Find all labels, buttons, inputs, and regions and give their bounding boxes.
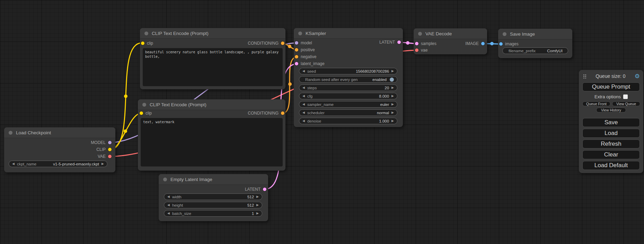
widget-scheduler[interactable]: ◀ scheduler normal ▶ <box>299 109 397 116</box>
decrement-arrow-icon[interactable]: ◀ <box>167 212 170 215</box>
collapse-dot-icon[interactable] <box>418 32 422 36</box>
collapse-dot-icon[interactable] <box>503 32 506 36</box>
settings-gear-icon[interactable]: ⚙ <box>635 73 640 79</box>
collapse-dot-icon[interactable] <box>163 178 167 181</box>
widget-sampler-name[interactable]: ◀ sampler_name euler ▶ <box>299 101 397 108</box>
widget-label: sampler_name <box>307 102 334 107</box>
node-header[interactable]: CLIP Text Encode (Prompt) <box>138 99 285 110</box>
decrement-arrow-icon[interactable]: ◀ <box>302 94 305 98</box>
increment-arrow-icon[interactable]: ▶ <box>391 119 394 123</box>
extra-options-label: Extra options <box>594 94 621 99</box>
node-header[interactable]: VAE Decode <box>414 28 487 39</box>
input-port-vae[interactable] <box>415 48 418 52</box>
increment-arrow-icon[interactable]: ▶ <box>256 212 259 215</box>
node-header[interactable]: Save Image <box>498 29 572 39</box>
widget-height[interactable]: ◀ height 512 ▶ <box>164 202 262 208</box>
load-button[interactable]: Load <box>582 129 640 138</box>
link-dot <box>124 129 127 133</box>
view-history-button[interactable]: View History <box>596 108 626 112</box>
view-queue-button[interactable]: View Queue <box>612 101 640 106</box>
decrement-arrow-icon[interactable]: ◀ <box>12 162 15 165</box>
queue-prompt-button[interactable]: Queue Prompt <box>582 82 640 91</box>
collapse-dot-icon[interactable] <box>142 103 146 107</box>
widget-label: width <box>172 195 182 199</box>
decrement-arrow-icon[interactable]: ◀ <box>302 111 305 114</box>
collapse-dot-icon[interactable] <box>9 131 12 135</box>
widget-cfg[interactable]: ◀ cfg 8.000 ▶ <box>299 93 397 99</box>
widget-steps[interactable]: ◀ steps 20 ▶ <box>299 84 397 91</box>
prompt-textarea[interactable]: text, watermark <box>141 118 283 166</box>
input-port-samples[interactable] <box>415 42 418 45</box>
input-port-clip[interactable] <box>140 111 143 115</box>
decrement-arrow-icon[interactable]: ◀ <box>302 86 305 89</box>
output-port-latent[interactable] <box>397 40 401 44</box>
output-port-model[interactable] <box>108 141 112 144</box>
widget-seed[interactable]: ◀ seed 156680208700286 ▶ <box>299 68 397 74</box>
decrement-arrow-icon[interactable]: ◀ <box>302 103 305 106</box>
input-port-latent-image[interactable] <box>295 62 298 65</box>
node-title: Load Checkpoint <box>16 130 51 135</box>
decrement-arrow-icon[interactable]: ◀ <box>302 119 305 123</box>
queue-front-button[interactable]: Queue Front <box>582 101 610 106</box>
save-button[interactable]: Save <box>582 118 640 127</box>
increment-arrow-icon[interactable]: ▶ <box>391 111 394 114</box>
input-port-positive[interactable] <box>295 48 298 52</box>
widget-width[interactable]: ◀ width 512 ▶ <box>164 193 262 200</box>
increment-arrow-icon[interactable]: ▶ <box>102 162 104 165</box>
widget-label: seed <box>307 69 316 73</box>
node-vae-decode[interactable]: VAE Decode samples vae IMAGE <box>414 28 487 54</box>
input-label: latent_image <box>301 61 325 66</box>
node-ksampler[interactable]: KSampler model positive negative latent_… <box>294 28 403 127</box>
toggle-circle-icon[interactable] <box>390 78 394 82</box>
increment-arrow-icon[interactable]: ▶ <box>391 86 394 89</box>
node-header[interactable]: CLIP Text Encode (Prompt) <box>140 28 285 39</box>
input-port-clip[interactable] <box>141 42 144 45</box>
widget-label: denoise <box>307 119 321 123</box>
output-port-latent[interactable] <box>263 188 266 191</box>
widget-value: 512 <box>247 203 254 207</box>
output-port-clip[interactable] <box>108 148 112 151</box>
increment-arrow-icon[interactable]: ▶ <box>391 103 394 106</box>
collapse-dot-icon[interactable] <box>144 31 148 35</box>
decrement-arrow-icon[interactable]: ◀ <box>302 70 305 73</box>
graph-canvas[interactable]: Load Checkpoint MODEL CLIP VAE ◀ ckpt_na… <box>0 0 644 244</box>
increment-arrow-icon[interactable]: ▶ <box>391 94 394 98</box>
node-empty-latent-image[interactable]: Empty Latent Image LATENT ◀ width 512 ▶ … <box>159 174 268 221</box>
node-clip-text-encode-positive[interactable]: CLIP Text Encode (Prompt) clip CONDITION… <box>140 28 285 89</box>
widget-filename-prefix[interactable]: filename_prefix ComfyUI <box>502 47 568 54</box>
prompt-textarea[interactable]: beautiful scenery nature glass bottle la… <box>143 48 283 86</box>
node-clip-text-encode-negative[interactable]: CLIP Text Encode (Prompt) clip CONDITION… <box>138 99 285 171</box>
output-label: CLIP <box>96 147 106 152</box>
drag-handle-icon[interactable] <box>583 74 586 79</box>
node-load-checkpoint[interactable]: Load Checkpoint MODEL CLIP VAE ◀ ckpt_na… <box>4 127 115 172</box>
node-header[interactable]: Load Checkpoint <box>4 127 115 138</box>
input-label: clip <box>147 41 153 46</box>
output-port-conditioning[interactable] <box>281 111 284 115</box>
increment-arrow-icon[interactable]: ▶ <box>256 204 259 207</box>
widget-denoise[interactable]: ◀ denoise 1.000 ▶ <box>299 118 397 124</box>
output-port-vae[interactable] <box>108 155 112 158</box>
decrement-arrow-icon[interactable]: ◀ <box>167 195 170 198</box>
load-default-button[interactable]: Load Default <box>582 161 640 170</box>
input-port-images[interactable] <box>499 42 503 46</box>
widget-random-seed-toggle[interactable]: Random seed after every gen enabled <box>299 76 397 83</box>
clear-button[interactable]: Clear <box>582 150 640 159</box>
extra-options-checkbox[interactable] <box>623 94 628 99</box>
collapse-dot-icon[interactable] <box>298 31 302 35</box>
decrement-arrow-icon[interactable]: ◀ <box>167 204 170 207</box>
output-port-conditioning[interactable] <box>281 42 284 45</box>
widget-batch-size[interactable]: ◀ batch_size 1 ▶ <box>164 210 262 217</box>
input-port-model[interactable] <box>295 41 298 45</box>
output-label: IMAGE <box>465 41 479 46</box>
widget-value: 20 <box>385 86 389 90</box>
increment-arrow-icon[interactable]: ▶ <box>391 70 394 73</box>
output-port-image[interactable] <box>481 42 485 45</box>
input-port-negative[interactable] <box>295 55 298 58</box>
input-label: images <box>505 42 519 46</box>
node-header[interactable]: Empty Latent Image <box>159 174 268 185</box>
increment-arrow-icon[interactable]: ▶ <box>256 195 259 198</box>
node-save-image[interactable]: Save Image images filename_prefix ComfyU… <box>498 29 572 58</box>
node-header[interactable]: KSampler <box>294 28 403 39</box>
widget-ckpt-name[interactable]: ◀ ckpt_name v1-5-pruned-emaonly.ckpt ▶ <box>9 161 107 167</box>
refresh-button[interactable]: Refresh <box>582 139 640 148</box>
